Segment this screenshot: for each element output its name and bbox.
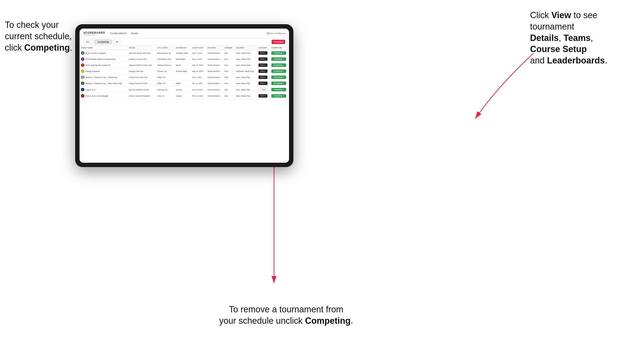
hosted-cell: ABAC <box>174 80 191 86</box>
annotation-top-right: Click View to see tournament Details, Te… <box>530 10 637 66</box>
event-name-text: Jackson T. Stephens Cup – Stroke Play <box>85 76 117 78</box>
view-button[interactable]: View ⊙ <box>258 63 268 67</box>
edit-button[interactable]: ✏ Edit <box>258 88 267 92</box>
col-city: CITY, STATE <box>156 46 174 50</box>
tab-competing[interactable]: Competing <box>95 40 112 44</box>
annotation-tr-bold5: Leaderboards <box>547 55 605 65</box>
actions-cell: View ⊙ <box>257 56 270 62</box>
city-cell: Dallas, TX <box>156 74 174 80</box>
gender-cell: Men <box>223 56 234 62</box>
division-cell: NCAA Division I <box>206 68 223 74</box>
division-cell: NCAA Division I <box>206 86 223 93</box>
hosted-cell: Michigan State <box>174 50 191 56</box>
start-date-cell: Oct 11, 2023 <box>191 80 206 86</box>
event-name-text: John A. Burns Intercollegiate <box>85 95 108 97</box>
gender-cell: Men <box>223 74 234 80</box>
venue-cell: Trinity Forest Golf Club <box>127 80 156 86</box>
venue-cell: Sahalee Country Club <box>127 56 156 62</box>
table-row: H John A. Burns Intercollegiate Ocean Co… <box>80 93 289 99</box>
venue-cell: Papago Golf Club <box>127 68 156 74</box>
event-name-text: Copper Cup <box>85 89 95 91</box>
event-logo: A <box>81 88 84 91</box>
city-cell: Maricopa, AZ <box>156 86 174 93</box>
competing-button[interactable]: Competing ✓ <box>271 94 286 98</box>
event-name-text: 2023 Sahalee Players Championship <box>85 58 115 60</box>
tournaments-table: EVENT NAME VENUE CITY, STATE HOSTED BY S… <box>80 46 289 99</box>
competing-button[interactable]: Competing ✓ <box>271 69 286 73</box>
competing-button[interactable]: Competing ✓ <box>271 51 286 55</box>
tab-home[interactable]: Ho... <box>84 40 93 44</box>
col-event-name: EVENT NAME <box>80 46 127 50</box>
scoring-cell: team, Stroke Play <box>234 62 257 68</box>
col-actions: ACTIONS <box>257 46 270 50</box>
table-container: EVENT NAME VENUE CITY, STATE HOSTED BY S… <box>80 46 289 163</box>
table-row: P Papago Individual Papago Golf ClubPhoe… <box>80 68 289 74</box>
division-cell: NCAA Division I <box>206 80 223 86</box>
venue-cell: American Dunes Golf Club <box>127 50 156 56</box>
actions-cell: View ⊙ <box>257 62 270 68</box>
event-name-text: Folds of Honor Collegiate <box>85 52 106 54</box>
start-date-cell: Feb 15, 2024 <box>191 93 206 99</box>
city-cell: Dallas, TX <box>156 80 174 86</box>
event-name-text: Papago Individual <box>85 70 100 72</box>
create-button[interactable]: + Create <box>272 40 285 44</box>
competing-button[interactable]: Competing ✓ <box>271 76 286 79</box>
competing-cell: Competing ✓ <box>270 50 289 56</box>
table-row: A Copper Cup Ak-Chin Southern DunesMaric… <box>80 86 289 93</box>
actions-cell: View ⊙ <box>257 80 270 86</box>
view-button[interactable]: View ⊙ <box>258 76 268 79</box>
start-date-cell: Oct 9, 2023 <box>191 74 206 80</box>
event-name-cell: P Papago Individual <box>80 68 127 74</box>
hosted-cell: Illinois <box>174 62 191 68</box>
table-row: I OFCC Fighting Illini Invitational Olym… <box>80 62 289 68</box>
venue-cell: Ocean Course At Hokuala <box>127 93 156 99</box>
annotation-tr-bold3: Teams <box>564 33 590 43</box>
annotation-tr-bold2: Details <box>530 33 559 43</box>
view-button[interactable]: View ⊙ <box>258 69 268 73</box>
view-button[interactable]: View ⊙ <box>258 57 268 61</box>
event-logo: P <box>81 69 84 73</box>
competing-cell: Competing ✓ <box>270 80 289 86</box>
division-cell: NCAA Division I <box>206 50 223 56</box>
nav-link-tournaments[interactable]: TOURNAMENTS <box>110 32 126 35</box>
hosted-cell: Arizona State <box>174 68 191 74</box>
tab-all[interactable]: All <box>113 40 121 44</box>
division-cell: NCAA Division I <box>206 56 223 62</box>
table-row: W 2023 Sahalee Players Championship Saha… <box>80 56 289 62</box>
scoring-cell: team, Stroke Play <box>234 50 257 56</box>
hosted-cell: Hawaii <box>174 93 191 99</box>
city-cell: Olympia Fields, IL <box>156 62 174 68</box>
nav-user-name: Test User <box>270 32 278 34</box>
scoring-cell: team, Match Play <box>234 86 257 93</box>
city-cell: Grand Haven, MI <box>156 50 174 56</box>
col-venue: VENUE <box>127 46 156 50</box>
annotation-tl-period: . <box>70 43 72 52</box>
competing-button[interactable]: Competing ✓ <box>271 82 286 85</box>
division-cell: NCAA Division I <box>206 62 223 68</box>
nav-logo: SCOREBOARD Powered by clippi <box>84 31 105 36</box>
event-name-cell: M Folds of Honor Collegiate <box>80 50 127 56</box>
annotation-b-line2: your schedule unclick <box>219 316 305 326</box>
view-button[interactable]: View ⊙ <box>258 82 268 85</box>
start-date-cell: Sep 18, 2023 <box>191 68 206 74</box>
hosted-cell: Washington <box>174 56 191 62</box>
event-name-cell: J Jackson T. Stephens Cup – Men's Match … <box>80 80 127 86</box>
scoring-cell: team, Stroke Play <box>234 56 257 62</box>
col-scoring: SCORING <box>234 46 257 50</box>
competing-button[interactable]: Competing ✓ <box>271 88 286 91</box>
competing-button[interactable]: Competing ✓ <box>271 57 286 61</box>
city-cell: Phoenix, AZ <box>156 68 174 74</box>
annotation-b-line1: To remove a tournament from <box>229 304 343 314</box>
tablet-device: SCOREBOARD Powered by clippi TOURNAMENTS… <box>75 24 294 167</box>
nav-link-teams[interactable]: TEAMS <box>131 32 138 35</box>
toolbar: Ho... Competing All + Create <box>80 38 289 46</box>
view-button[interactable]: View ⊙ <box>258 94 268 98</box>
event-logo: W <box>81 57 84 61</box>
nav-signout-link[interactable]: Sign out <box>278 32 285 34</box>
view-button[interactable]: View ⊙ <box>258 51 268 55</box>
event-logo: H <box>81 94 84 98</box>
annotation-tl-line3: click <box>5 43 24 52</box>
venue-cell: Trinity Forest Golf Club <box>127 74 156 80</box>
competing-button[interactable]: Competing ✓ <box>271 63 286 67</box>
hosted-cell <box>174 74 191 80</box>
